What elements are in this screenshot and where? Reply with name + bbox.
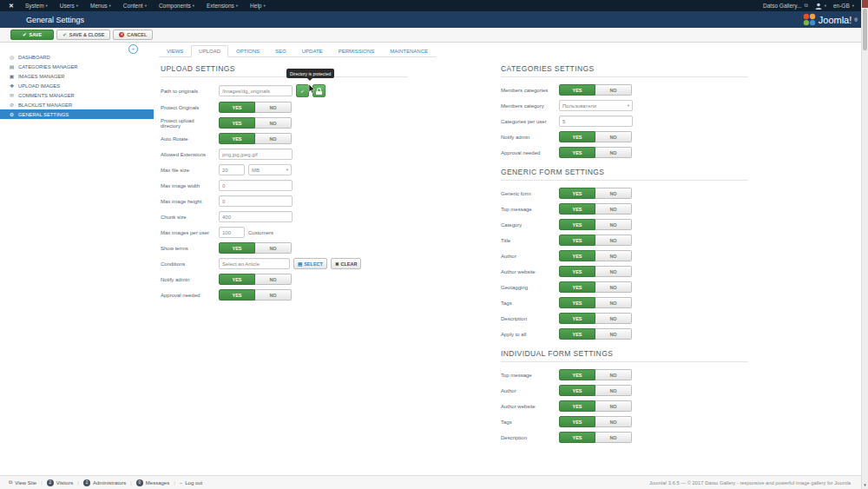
yes-button[interactable]: YES	[219, 133, 255, 144]
cancel-button[interactable]: ✕ CANCEL	[113, 30, 153, 40]
user-menu[interactable]: ▾	[815, 3, 826, 10]
logout-link[interactable]: − Log out	[180, 480, 203, 486]
no-button[interactable]: NO	[595, 235, 632, 246]
field-label: Max image height	[161, 199, 219, 204]
no-button[interactable]: NO	[595, 266, 632, 277]
tab-permissions[interactable]: PERMISSIONS	[331, 45, 383, 57]
input-max-image-height[interactable]	[219, 195, 293, 207]
yes-button[interactable]: YES	[219, 242, 255, 254]
no-button[interactable]: NO	[255, 133, 292, 144]
scrollbar-down-arrow[interactable]: ▾	[862, 482, 868, 487]
view-site-link[interactable]: ⧉ View Site	[9, 479, 36, 486]
select-members-category[interactable]: Пользователи▾	[559, 100, 633, 111]
no-button[interactable]: NO	[595, 203, 632, 215]
yes-button[interactable]: YES	[559, 84, 595, 96]
no-button[interactable]: NO	[255, 274, 292, 285]
input-categories-per-user[interactable]	[559, 116, 633, 127]
input-chunk-size[interactable]	[219, 211, 293, 222]
yes-button[interactable]: YES	[559, 313, 595, 324]
scrollbar-thumb[interactable]	[863, 9, 867, 50]
visitors-status[interactable]: 2 Visitors	[47, 479, 74, 486]
scrollbar[interactable]: ▾	[861, 0, 868, 489]
yes-button[interactable]: YES	[559, 281, 595, 293]
tab-views[interactable]: VIEWS	[159, 45, 191, 57]
language-menu[interactable]: en-GB ▾	[833, 3, 854, 9]
yes-button[interactable]: YES	[559, 416, 595, 427]
sidebar-item-upload-images[interactable]: ✚UPLOAD IMAGES	[0, 81, 154, 90]
no-button[interactable]: NO	[255, 289, 292, 301]
menu-item-help[interactable]: Help▾	[244, 3, 272, 9]
no-button[interactable]: NO	[595, 131, 632, 142]
yes-button[interactable]: YES	[219, 289, 255, 301]
tab-options[interactable]: OPTIONS	[228, 45, 267, 57]
no-button[interactable]: NO	[595, 188, 632, 199]
yes-button[interactable]: YES	[219, 102, 255, 113]
no-button[interactable]: NO	[595, 400, 632, 412]
select-article-button[interactable]: ▤SELECT	[293, 258, 327, 269]
input-max-images-per-user[interactable]	[219, 227, 245, 238]
input-allowed-extensions[interactable]	[219, 149, 293, 160]
info-icon[interactable]: +	[128, 44, 138, 54]
no-button[interactable]: NO	[595, 147, 632, 158]
yes-button[interactable]: YES	[559, 219, 595, 230]
sidebar-item-categories-manager[interactable]: ▤CATEGORIES MANAGER	[0, 62, 154, 71]
yes-button[interactable]: YES	[559, 432, 595, 443]
menu-item-content[interactable]: Content▾	[117, 3, 153, 9]
no-button[interactable]: NO	[595, 219, 632, 230]
administrators-status[interactable]: 2 Administrators	[83, 479, 126, 486]
yes-button[interactable]: YES	[559, 235, 595, 246]
yes-button[interactable]: YES	[559, 297, 595, 308]
yes-button[interactable]: YES	[559, 369, 595, 380]
yes-button[interactable]: YES	[559, 203, 595, 215]
no-button[interactable]: NO	[595, 416, 632, 427]
sidebar-item-dashboard[interactable]: ◎DASHBOARD	[0, 52, 154, 62]
no-button[interactable]: NO	[595, 281, 632, 293]
yes-button[interactable]: YES	[219, 117, 255, 129]
yes-button[interactable]: YES	[559, 131, 595, 142]
no-button[interactable]: NO	[255, 102, 292, 113]
tab-update[interactable]: UPDATE	[294, 45, 331, 57]
input-path-to-originals[interactable]	[219, 85, 293, 96]
no-button[interactable]: NO	[595, 432, 632, 443]
tab-seo[interactable]: SEO	[267, 45, 294, 57]
yes-button[interactable]: YES	[559, 400, 595, 412]
clear-article-button[interactable]: ✖CLEAR	[331, 258, 362, 269]
save-close-button[interactable]: ✔ SAVE & CLOSE	[56, 30, 110, 40]
input-conditions[interactable]	[219, 258, 290, 269]
tab-upload[interactable]: UPLOAD	[191, 45, 228, 57]
yes-button[interactable]: YES	[559, 385, 595, 396]
sidebar-item-images-manager[interactable]: ▣IMAGES MANAGER	[0, 71, 154, 81]
menu-item-users[interactable]: Users▾	[54, 3, 84, 9]
directory-check-button[interactable]: ✓	[296, 84, 309, 97]
yes-button[interactable]: YES	[559, 328, 595, 340]
menu-item-system[interactable]: System▾	[19, 3, 54, 9]
sidebar-item-comments-manager[interactable]: ✉COMMENTS MANAGER	[0, 90, 154, 100]
input-max-file-size[interactable]	[219, 164, 245, 175]
no-button[interactable]: NO	[595, 385, 632, 396]
yes-button[interactable]: YES	[559, 188, 595, 199]
messages-status[interactable]: 0 Messages	[136, 479, 169, 486]
no-button[interactable]: NO	[595, 369, 632, 380]
no-button[interactable]: NO	[595, 313, 632, 324]
unit-select[interactable]: MB▾	[248, 164, 292, 175]
yes-button[interactable]: YES	[219, 274, 255, 285]
yes-button[interactable]: YES	[559, 266, 595, 277]
sidebar-item-blacklist-manager[interactable]: ⊘BLACKLIST MANAGER	[0, 100, 154, 109]
scrollbar-up-button[interactable]	[862, 0, 868, 8]
no-button[interactable]: NO	[595, 84, 632, 96]
no-button[interactable]: NO	[595, 297, 632, 308]
site-link[interactable]: Datso Gallery... ⧉	[763, 3, 808, 9]
menu-item-components[interactable]: Components▾	[153, 3, 201, 9]
no-button[interactable]: NO	[595, 328, 632, 340]
input-max-image-width[interactable]	[219, 180, 293, 191]
no-button[interactable]: NO	[255, 242, 292, 254]
menu-item-extensions[interactable]: Extensions▾	[201, 3, 244, 9]
sidebar-item-general-settings[interactable]: ⚙GENERAL SETTINGS	[0, 109, 154, 119]
no-button[interactable]: NO	[255, 117, 292, 129]
yes-button[interactable]: YES	[559, 250, 595, 261]
tab-maintenance[interactable]: MAINTENANCE	[382, 45, 436, 57]
no-button[interactable]: NO	[595, 250, 632, 261]
save-button[interactable]: ✔ SAVE	[10, 30, 54, 40]
yes-button[interactable]: YES	[559, 147, 595, 158]
menu-item-menus[interactable]: Menus▾	[84, 3, 117, 9]
